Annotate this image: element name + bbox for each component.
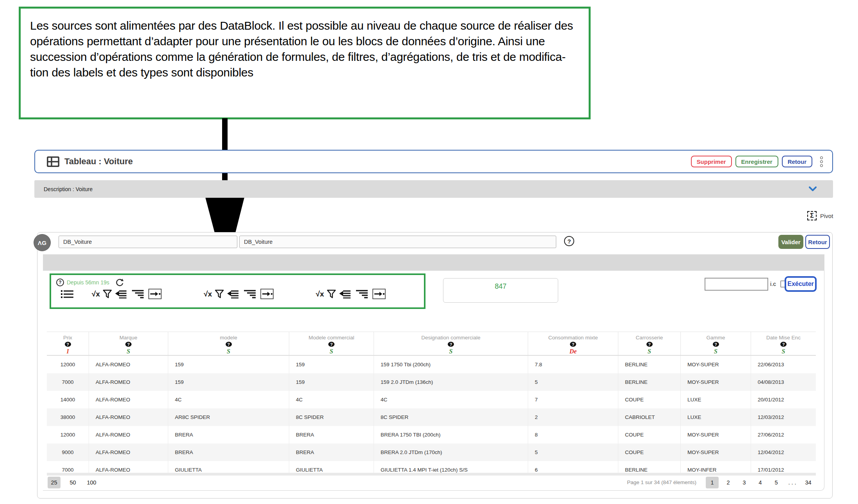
table-cell: LUXE xyxy=(680,391,751,408)
table-column-header[interactable]: modele ? S xyxy=(168,332,289,355)
column-help-icon[interactable]: ? xyxy=(448,342,454,347)
filter-icon[interactable] xyxy=(327,289,336,299)
page-title: Tableau : Voiture xyxy=(64,156,133,167)
execute-button[interactable]: Exécuter xyxy=(785,276,817,292)
table-cell: 27/06/2012 xyxy=(751,426,816,444)
table-row[interactable]: 38000ALFA-ROMEOAR8C SPIDER8C SPIDER8C SP… xyxy=(47,408,816,426)
formula-icon[interactable]: √x xyxy=(204,290,212,298)
horizontal-scrollbar[interactable] xyxy=(47,473,816,476)
output-mapping-icon[interactable] xyxy=(372,289,386,299)
table-icon xyxy=(47,156,59,167)
refresh-icon[interactable] xyxy=(115,278,124,287)
pivot-button[interactable]: Σ Pivot xyxy=(807,211,833,220)
table-column-header[interactable]: Gamme ? S xyxy=(680,332,751,355)
page-size-button[interactable]: 50 xyxy=(66,477,79,488)
column-help-icon[interactable]: ? xyxy=(328,342,335,347)
back-button[interactable]: Retour xyxy=(782,156,812,167)
info-callout: Les sources sont alimentées par des Data… xyxy=(19,7,591,119)
page-size-button[interactable]: 25 xyxy=(48,477,61,488)
page-button[interactable]: 4 xyxy=(754,477,767,488)
table-cell: MOY-SUPER xyxy=(680,356,751,373)
table-cell: BRERA 1750 TBI (200ch) xyxy=(374,426,528,444)
operations-list-icon[interactable] xyxy=(61,289,74,299)
table-cell: 12/03/2012 xyxy=(751,408,816,426)
output-mapping-icon[interactable] xyxy=(148,289,162,299)
table-cell: 9000 xyxy=(47,444,89,461)
page-button[interactable]: 1 xyxy=(706,477,719,488)
aggregate-icon[interactable] xyxy=(115,290,127,298)
table-column-header[interactable]: Consommation mixte ? De xyxy=(528,332,618,355)
table-column-header[interactable]: Modele commercial ? S xyxy=(289,332,374,355)
aggregate-icon[interactable] xyxy=(339,290,351,298)
source-label-input[interactable]: DB_Voiture xyxy=(239,236,556,248)
column-help-icon[interactable]: ? xyxy=(226,342,232,347)
page-button[interactable]: 5 xyxy=(770,477,783,488)
column-help-icon[interactable]: ? xyxy=(646,342,653,347)
sort-icon[interactable] xyxy=(132,290,144,298)
table-column-header[interactable]: Date Mise Enc ? S xyxy=(751,332,816,355)
help-icon[interactable]: ? xyxy=(56,279,64,286)
table-column-header[interactable]: Carrosserie ? S xyxy=(618,332,680,355)
table-cell: 159 xyxy=(289,373,374,391)
column-name: Prix xyxy=(63,335,72,341)
callout-line: opérations permettant d’adapter pour une… xyxy=(30,34,582,49)
table-cell: 12/04/2012 xyxy=(751,444,816,461)
output-mapping-icon[interactable] xyxy=(260,289,274,299)
save-button[interactable]: Enregistrer xyxy=(735,156,778,167)
table-column-header[interactable]: Prix ? I xyxy=(47,332,89,355)
column-help-icon[interactable]: ? xyxy=(780,342,787,347)
table-row[interactable]: 12000ALFA-ROMEO159159159 1750 Tbi (200ch… xyxy=(47,356,816,373)
table-cell: 159 2.0 JTDm (136ch) xyxy=(374,373,528,391)
page-size-button[interactable]: 100 xyxy=(85,477,98,488)
table-body: 12000ALFA-ROMEO159159159 1750 Tbi (200ch… xyxy=(47,356,816,473)
table-cell: GIULIETTA 1.4 MPI T-iet (120ch) S/S xyxy=(374,461,528,473)
delete-button[interactable]: Supprimer xyxy=(691,156,732,167)
table-row[interactable]: 14000ALFA-ROMEO4C4C4C7COUPELUXE20/01/201… xyxy=(47,391,816,408)
page-button[interactable]: 3 xyxy=(738,477,751,488)
validate-button[interactable]: Valider xyxy=(778,235,803,249)
page-button[interactable]: 34 xyxy=(802,477,815,488)
panel-gray-strip xyxy=(43,254,824,271)
table-row[interactable]: 7000ALFA-ROMEO159159159 2.0 JTDm (136ch)… xyxy=(47,373,816,391)
table-cell: 2 xyxy=(528,408,618,426)
table-row[interactable]: 7000ALFA-ROMEOGIULIETTAGIULIETTAGIULIETT… xyxy=(47,461,816,473)
description-bar[interactable]: Description : Voiture xyxy=(34,180,833,198)
page-button[interactable]: . . . xyxy=(786,477,799,488)
column-help-icon[interactable]: ? xyxy=(570,342,576,347)
back-button-secondary[interactable]: Retour xyxy=(805,235,830,249)
filter-icon[interactable] xyxy=(215,289,224,299)
column-name: Modele commercial xyxy=(308,335,354,341)
help-icon[interactable]: ? xyxy=(564,236,574,246)
column-help-icon[interactable]: ? xyxy=(713,342,719,347)
page-button[interactable]: 2 xyxy=(722,477,735,488)
filter-expression-input[interactable] xyxy=(705,278,768,291)
chevron-down-icon[interactable] xyxy=(809,186,817,192)
more-options-icon[interactable] xyxy=(820,156,823,167)
table-column-header[interactable]: Marque ? S xyxy=(89,332,168,355)
sort-icon[interactable] xyxy=(356,290,368,298)
sort-icon[interactable] xyxy=(244,290,256,298)
column-help-icon[interactable]: ? xyxy=(125,342,132,347)
table-column-header[interactable]: Designation commerciale ? S xyxy=(374,332,528,355)
page-size-selector: 2550100 xyxy=(48,477,98,488)
aggregate-icon[interactable] xyxy=(227,290,239,298)
filter-icon[interactable] xyxy=(103,289,112,299)
table-cell: ALFA-ROMEO xyxy=(89,391,168,408)
table-cell: 159 xyxy=(168,373,289,391)
pivot-sigma-icon: Σ xyxy=(807,211,817,220)
source-name-input[interactable]: DB_Voiture xyxy=(59,236,237,248)
pagination-info: Page 1 sur 34 (847 élements) xyxy=(627,477,696,488)
table-row[interactable]: 9000ALFA-ROMEOBRERABRERABRERA 2.0 JTDm (… xyxy=(47,444,816,461)
column-name: Gamme xyxy=(706,335,725,341)
table-cell: 8C SPIDER xyxy=(374,408,528,426)
table-row[interactable]: 12000ALFA-ROMEOBRERABRERABRERA 1750 TBI … xyxy=(47,426,816,444)
table-cell: ALFA-ROMEO xyxy=(89,356,168,373)
formula-icon[interactable]: √x xyxy=(92,290,100,298)
table-header-row: Prix ? I Marque ? S modele ? S Modele co… xyxy=(47,332,816,356)
table-cell: BRERA xyxy=(168,426,289,444)
table-cell: 4C xyxy=(168,391,289,408)
table-cell: GIULIETTA xyxy=(168,461,289,473)
formula-icon[interactable]: √x xyxy=(316,290,324,298)
column-help-icon[interactable]: ? xyxy=(65,342,71,347)
table-cell: BRERA 2.0 JTDm (170ch) xyxy=(374,444,528,461)
